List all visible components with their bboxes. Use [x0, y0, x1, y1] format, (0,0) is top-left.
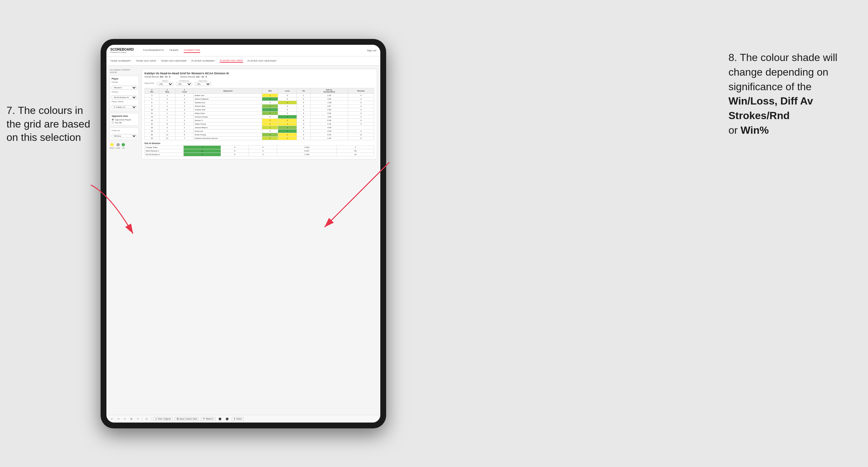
toolbar: ↩ ↪ ↩ ⊞ ✂ ⊙ ⊙ View: Original 🖫 Save Cust…	[106, 415, 380, 423]
table-row: 1474 Eunice Yi 220 0.389	[145, 119, 374, 122]
colour-by-section: Colour by Win/loss	[110, 128, 139, 140]
sub-nav-player-h2h-grid[interactable]: PLAYER H2H GRID	[220, 59, 243, 63]
opponent-view-title: Opponent view	[112, 115, 137, 117]
filter-opponents-label: Opponents:	[145, 82, 154, 84]
col-diff: Diff AvStrokes/Rnd	[311, 88, 348, 94]
filter-group-opponent: Opponent (All)	[195, 80, 211, 86]
table-row: 20116 Emily Chang 410 0.3011	[145, 133, 374, 136]
gender-label: Gender	[112, 81, 137, 83]
radio-dot-opponents	[112, 119, 114, 121]
legend-level: Level	[116, 143, 120, 149]
copy-btn[interactable]: ⊞	[129, 417, 134, 421]
sub-nav-team-summary[interactable]: TEAM SUMMARY	[110, 59, 131, 62]
player-title: Player	[112, 77, 137, 80]
nav-items: TOURNAMENTS TEAMS COMMITTEE	[143, 48, 367, 53]
table-row: 613 Sydney Kuo 010 -1.003	[145, 101, 374, 104]
nav-tournaments[interactable]: TOURNAMENTS	[143, 48, 164, 53]
col-div: #Div	[145, 88, 159, 94]
opponent-view-section: Opponent view Opponents Played Top 100	[110, 113, 139, 126]
out-of-division-table: Foreign Team 100 4.5002 NAIA Division 1 …	[145, 145, 374, 156]
table-row: 1631 Jessica Mason 120 -0.94	[145, 126, 374, 129]
ood-row: NCAA Division 2 500 7.40010	[145, 153, 374, 156]
division-label: Division	[112, 91, 137, 93]
legend-dot-level	[117, 143, 120, 146]
legend: Down Level Up	[110, 143, 139, 149]
toolbar-divider1	[142, 417, 143, 421]
player-rank-label: Player (Rank)	[112, 101, 137, 102]
legend-down: Down	[110, 143, 114, 149]
filter-group-region: Region (All)	[157, 80, 173, 86]
radio-top100[interactable]: Top 100	[112, 121, 137, 124]
division-select[interactable]: NCAA Division III	[112, 95, 137, 99]
annotation-bold1: Win/Loss,	[728, 95, 777, 107]
clock-btn[interactable]: ⊙	[145, 417, 149, 421]
left-panel: Last Updated: 27/03/2024 16:55:38 Player…	[110, 69, 139, 411]
table-row: 311 Esther Lee 101 1.504	[145, 94, 374, 97]
filter-opponent-select[interactable]: (All)	[195, 82, 211, 86]
table-row: 914 Sharon Mun 100 3.673	[145, 104, 374, 108]
logo: SCOREBOARD	[110, 48, 134, 51]
toolbar-divider2	[151, 417, 151, 421]
sub-nav-player-summary[interactable]: PLAYER SUMMARY	[191, 59, 215, 62]
colour-by-select[interactable]: Win/loss	[112, 134, 137, 138]
last-updated: Last Updated: 27/03/2024 16:55:38	[110, 69, 139, 74]
table-row: 1112 Heejo Hyun 100 3.333	[145, 112, 374, 115]
cut-btn[interactable]: ✂	[136, 417, 140, 421]
redo2-btn[interactable]: ↩	[123, 417, 127, 421]
sub-nav-team-h2h-heatmap[interactable]: TEAM H2H HEATMAP	[161, 59, 187, 62]
col-rounds: Rounds	[348, 88, 374, 94]
legend-dot-down	[110, 143, 114, 146]
grid-panel: Katelyn Vo Head-to-Head Grid for Women's…	[142, 69, 377, 159]
out-of-division-title: Out of division	[145, 142, 374, 145]
col-tie: Tie	[297, 88, 310, 94]
filter-conference-select[interactable]: (All)	[176, 82, 192, 86]
main-content: Last Updated: 27/03/2024 16:55:38 Player…	[106, 66, 380, 415]
watch-btn[interactable]: 👁 Watch ▾	[201, 417, 215, 421]
grid-subtitle: Overall Record: 353 - 34 - 6 Division Re…	[145, 75, 374, 78]
col-conf: #Conf	[175, 88, 193, 94]
redo-btn[interactable]: ↪	[116, 417, 121, 421]
nav-bar: SCOREBOARD Powered by clippd TOURNAMENTS…	[106, 45, 380, 57]
gender-select[interactable]: Women's	[112, 86, 137, 90]
tablet-device: SCOREBOARD Powered by clippd TOURNAMENTS…	[101, 39, 386, 428]
player-section: Player Gender Women's Division NCAA Divi…	[110, 75, 139, 111]
filter-region-select[interactable]: (All)	[157, 82, 173, 86]
nav-right: Sign out	[367, 49, 376, 52]
radio-dot-top100	[112, 121, 114, 124]
legend-up: Up	[122, 143, 125, 149]
sub-nav-team-h2h-grid[interactable]: TEAM H2H GRID	[136, 59, 156, 62]
undo-btn[interactable]: ↩	[110, 417, 114, 421]
table-row: 1822 Euna Lee 010 -5.002	[145, 129, 374, 133]
col-opponent: Opponent	[194, 88, 262, 94]
nav-sign-out[interactable]: Sign out	[367, 49, 376, 52]
legend-dot-up	[122, 143, 125, 146]
right-content: Katelyn Vo Head-to-Head Grid for Women's…	[142, 69, 377, 411]
main-data-table: #Div #Reg #Conf Opponent Win Loss Tie Di…	[145, 88, 374, 140]
ood-row: Foreign Team 100 4.5002	[145, 146, 374, 149]
player-rank-select[interactable]: 8. Katelyn Vo	[112, 105, 137, 109]
colour-by-label: Colour by	[112, 129, 137, 131]
annotation-bold3: Win%	[741, 124, 769, 136]
radio-opponents-played[interactable]: Opponents Played	[112, 119, 137, 121]
filter-row: Opponents: Region (All) Conference (All)	[145, 80, 374, 86]
radio-group: Opponents Played Top 100	[112, 119, 137, 124]
save-custom-btn[interactable]: 🖫 Save Custom View	[175, 417, 199, 421]
toolbar-btn6[interactable]: ⬛	[224, 417, 230, 421]
table-row: 1063 Andrea York 200 4.004	[145, 108, 374, 112]
toolbar-btn5[interactable]: ⬛	[217, 417, 223, 421]
annotation-left: 7. The colours in the grid are based on …	[6, 104, 91, 145]
filter-group-conference: Conference (All)	[176, 80, 192, 86]
col-loss: Loss	[278, 88, 297, 94]
share-btn[interactable]: ⬆ Share	[232, 417, 244, 421]
table-row: 20117 Federica Domecq Lacroze 210 1.336	[145, 136, 374, 140]
annotation-right: 8. The colour shade will change dependin…	[728, 50, 858, 137]
nav-committee[interactable]: COMMITTEE	[184, 48, 200, 53]
col-reg: #Reg	[159, 88, 175, 94]
grid-title: Katelyn Vo Head-to-Head Grid for Women's…	[145, 72, 374, 75]
view-original-btn[interactable]: ⊙ View: Original	[153, 417, 173, 421]
sub-nav-player-h2h-heatmap[interactable]: PLAYER H2H HEATMAP	[248, 59, 276, 62]
col-win: Win	[262, 88, 278, 94]
tablet-screen: SCOREBOARD Powered by clippd TOURNAMENTS…	[106, 45, 380, 423]
table-row: 1585 Stella Cheng 110 1.254	[145, 122, 374, 126]
nav-teams[interactable]: TEAMS	[169, 48, 179, 53]
